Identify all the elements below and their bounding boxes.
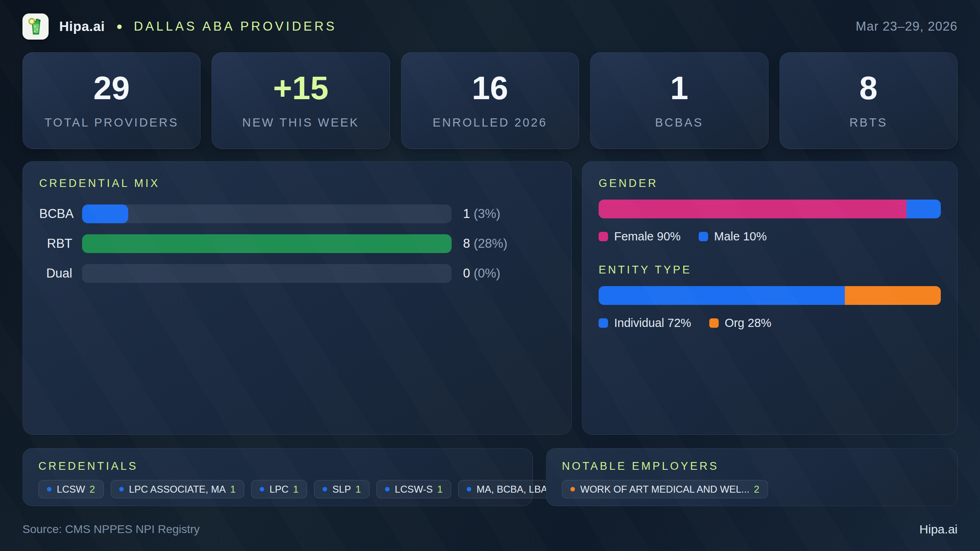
badge-count: 1	[230, 484, 236, 495]
legend-item-individual: Individual 72%	[599, 316, 691, 330]
dot-icon	[323, 487, 327, 491]
header: Hipa.ai DALLAS ABA PROVIDERS Mar 23–29, …	[22, 12, 958, 41]
badge-count: 1	[437, 484, 443, 495]
bar-value: 1 (3%)	[452, 207, 500, 221]
credentials-panel: CREDENTIALS LCSW2 LPC ASSOCIATE, MA1 LPC…	[22, 448, 533, 506]
notable-employers-title: NOTABLE EMPLOYERS	[562, 460, 942, 473]
entity-segment-org	[845, 286, 941, 305]
bar-pct: (28%)	[474, 236, 508, 251]
badge-count: 2	[754, 484, 759, 495]
stat-card-bcbas: 1 BCBAS	[590, 52, 768, 149]
stat-card-rbts: 8 RBTS	[780, 52, 958, 149]
bar-label: BCBA	[39, 207, 82, 221]
credential-mix-chart: BCBA 1 (3%) RBT 8 (28%) Dual	[39, 204, 555, 283]
legend-item-org: Org 28%	[709, 316, 771, 330]
credential-badge: LPC ASSOCIATE, MA1	[111, 480, 244, 498]
bar-count: 0	[463, 266, 470, 280]
org-swatch-icon	[709, 318, 719, 328]
gender-chart	[599, 200, 941, 218]
bar-count: 8	[463, 236, 470, 251]
employer-badge: WORK OF ART MEDICAL AND WEL...2	[562, 480, 768, 498]
badge-label: MA, BCBA, LBA	[477, 484, 547, 495]
individual-swatch-icon	[599, 318, 608, 328]
stat-label: ENROLLED 2026	[433, 116, 548, 129]
stat-value: +15	[273, 72, 329, 104]
bar-value: 8 (28%)	[452, 236, 508, 251]
male-swatch-icon	[699, 232, 708, 241]
footer-brand: Hipa.ai	[920, 522, 958, 536]
stat-card-enrolled-2026: 16 ENROLLED 2026	[401, 52, 579, 149]
bar-track	[82, 204, 452, 223]
credentials-title: CREDENTIALS	[38, 460, 517, 473]
dot-icon	[260, 487, 264, 491]
bar-fill	[82, 234, 452, 253]
badge-label: LCSW	[57, 484, 85, 495]
separator-dot-icon	[117, 24, 122, 29]
female-swatch-icon	[599, 232, 608, 241]
stat-card-new-this-week: +15 NEW THIS WEEK	[212, 52, 390, 149]
bar-track	[82, 234, 452, 253]
bar-label: RBT	[39, 236, 82, 251]
dot-icon	[47, 487, 51, 491]
footer: Source: CMS NPPES NPI Registry Hipa.ai	[22, 522, 958, 536]
badge-label: SLP	[332, 484, 351, 495]
stat-label: NEW THIS WEEK	[242, 116, 359, 129]
gender-segment-female	[599, 200, 906, 218]
bar-count: 1	[463, 207, 470, 221]
source-note: Source: CMS NPPES NPI Registry	[22, 523, 200, 536]
legend-item-female: Female 90%	[599, 230, 681, 243]
legend-label: Individual 72%	[614, 316, 691, 330]
stat-value: 16	[472, 72, 508, 104]
stat-value: 29	[94, 72, 130, 104]
gender-title: GENDER	[599, 177, 941, 190]
credentials-badges: LCSW2 LPC ASSOCIATE, MA1 LPC1 SLP1 LCSW-…	[38, 480, 517, 498]
bar-fill	[82, 204, 128, 223]
legend-label: Male 10%	[714, 230, 767, 243]
bar-track	[82, 264, 452, 283]
badge-count: 2	[89, 484, 95, 495]
credential-badge: LPC1	[251, 480, 307, 498]
stat-card-total-providers: 29 TOTAL PROVIDERS	[22, 52, 200, 149]
badge-label: LCSW-S	[395, 484, 433, 495]
bar-row-dual: Dual 0 (0%)	[39, 264, 555, 283]
credential-mix-panel: CREDENTIAL MIX BCBA 1 (3%) RBT 8 (28%)	[22, 161, 572, 435]
stat-value: 1	[670, 72, 688, 104]
badge-label: LPC ASSOCIATE, MA	[129, 484, 226, 495]
entity-type-legend: Individual 72% Org 28%	[599, 316, 941, 330]
main-row: CREDENTIAL MIX BCBA 1 (3%) RBT 8 (28%)	[22, 161, 958, 435]
notable-employers-panel: NOTABLE EMPLOYERS WORK OF ART MEDICAL AN…	[546, 448, 958, 506]
credential-mix-title: CREDENTIAL MIX	[39, 177, 555, 190]
entity-segment-individual	[599, 286, 845, 305]
bar-row-bcba: BCBA 1 (3%)	[39, 204, 555, 223]
badge-label: LPC	[270, 484, 289, 495]
dot-icon	[119, 487, 124, 491]
bar-pct: (3%)	[474, 207, 500, 221]
credential-badge: SLP1	[314, 480, 370, 498]
logo	[22, 13, 49, 40]
bar-row-rbt: RBT 8 (28%)	[39, 234, 555, 253]
credential-badge: LCSW2	[38, 480, 104, 498]
dashboard-page: Hipa.ai DALLAS ABA PROVIDERS Mar 23–29, …	[0, 0, 980, 551]
legend-item-male: Male 10%	[699, 230, 767, 243]
mojito-glass-icon	[26, 17, 45, 36]
entity-type-chart	[599, 286, 941, 305]
badge-count: 1	[355, 484, 361, 495]
gender-segment-male	[906, 200, 941, 218]
bar-label: Dual	[39, 266, 82, 281]
stat-value: 8	[860, 72, 878, 104]
bar-pct: (0%)	[474, 266, 500, 280]
bar-value: 0 (0%)	[452, 266, 500, 281]
legend-label: Org 28%	[725, 316, 771, 330]
gender-legend: Female 90% Male 10%	[599, 230, 941, 243]
credential-badge: LCSW-S1	[376, 480, 451, 498]
badge-count: 1	[293, 484, 298, 495]
stat-label: TOTAL PROVIDERS	[45, 116, 179, 129]
brand-name: Hipa.ai	[59, 19, 105, 34]
demographics-panel: GENDER Female 90% Male 10% ENTITY TYPE	[582, 161, 958, 435]
dot-icon	[570, 487, 575, 491]
legend-label: Female 90%	[614, 230, 681, 243]
date-range: Mar 23–29, 2026	[856, 19, 958, 34]
stat-label: RBTS	[849, 116, 887, 129]
dot-icon	[467, 487, 471, 491]
bottom-row: CREDENTIALS LCSW2 LPC ASSOCIATE, MA1 LPC…	[22, 448, 958, 506]
